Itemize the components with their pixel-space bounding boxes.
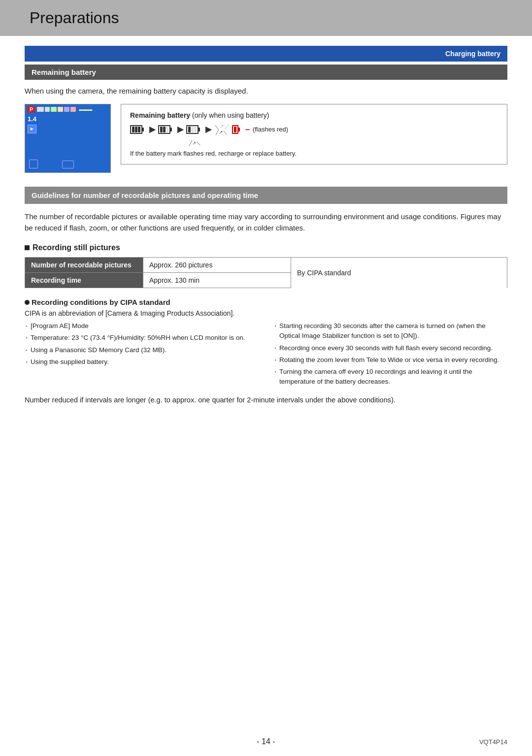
battery-low-icon [186, 125, 200, 134]
cipa-left-item: [Program AE] Mode [25, 321, 259, 331]
battery-empty-icon [232, 125, 240, 134]
charging-battery-header: Charging battery [25, 46, 507, 62]
cam-icon-2 [45, 107, 50, 112]
squiggle-lines: ＼↗╱╱↗＼ [214, 124, 229, 135]
cipa-heading-label: Recording conditions by CIPA standard [32, 298, 170, 306]
batt-body-half [158, 125, 170, 134]
battery-diagram-title-bold: Remaining battery [130, 111, 190, 119]
cam-icon-bottom-center [62, 161, 74, 168]
remaining-battery-header: Remaining battery [25, 65, 507, 80]
recording-table: Number of recordable pictures Approx. 26… [25, 257, 507, 288]
batt-nub-full [142, 128, 144, 131]
table-value-2: Approx. 130 min [143, 273, 291, 288]
flashes-red-text: (flashes red) [253, 126, 288, 133]
battery-icons-row: ▶ ▶ [130, 124, 498, 135]
number-reduced-text: Number reduced if intervals are longer (… [25, 395, 507, 406]
cipa-left-item: Using a Panasonic SD Memory Card (32 MB)… [25, 345, 259, 355]
minus-sign: – [245, 125, 250, 134]
cam-battery-indicator: ▬▬▬ [77, 107, 92, 112]
batt-body-full [130, 125, 142, 134]
cam-icon-image: ▶ [28, 125, 36, 133]
arrow-3: ▶ [205, 125, 211, 134]
battery-diagram-box: Remaining battery (only when using batte… [121, 104, 507, 164]
cipa-right-item: Starting recording 30 seconds after the … [273, 321, 507, 341]
cam-row3: ▶ [25, 124, 110, 134]
arrow-1: ▶ [149, 125, 155, 134]
remaining-battery-body: When using the camera, the remaining bat… [25, 86, 507, 97]
batt-nub-half [170, 128, 172, 131]
cipa-heading: Recording conditions by CIPA standard [25, 298, 507, 306]
arrow-2: ▶ [177, 125, 183, 134]
cipa-right-item: Recording once every 30 seconds with ful… [273, 343, 507, 353]
battery-full-icon [130, 125, 144, 134]
cam-icon-5 [64, 107, 69, 112]
page-number: - 14 - [257, 737, 275, 746]
cipa-right-item: Rotating the zoom lever from Tele to Wid… [273, 355, 507, 365]
square-bullet-icon [25, 245, 30, 250]
page-title: Preparations [30, 9, 517, 27]
table-label-2: Recording time [25, 273, 143, 288]
cipa-right-col: Starting recording 30 seconds after the … [273, 321, 507, 389]
remaining-battery-label: Remaining battery [32, 68, 96, 76]
doc-code: VQT4P14 [479, 738, 507, 746]
batt-nub-low [199, 128, 200, 131]
cipa-left-item: Using the supplied battery. [25, 357, 259, 367]
charging-battery-label: Charging battery [445, 50, 500, 58]
table-note: By CIPA standard [291, 258, 507, 288]
battery-recharge-text: If the battery mark flashes red, recharg… [130, 150, 498, 157]
battery-diagram-title-rest: (only when using battery) [190, 111, 269, 119]
table-row: Number of recordable pictures Approx. 26… [25, 258, 507, 273]
page-title-bar: Preparations [0, 0, 532, 36]
guidelines-header-label: Guidelines for number of recordable pict… [32, 191, 258, 199]
circle-bullet-icon [25, 300, 30, 305]
cam-icon-6 [70, 107, 76, 112]
cam-row2: 1.4 [25, 114, 110, 124]
batt-body-low [186, 125, 199, 134]
cipa-conditions: [Program AE] Mode Temperature: 23 °C (73… [25, 321, 507, 389]
battery-half-icon [158, 125, 172, 134]
recording-still-heading: Recording still pictures [25, 243, 507, 252]
recording-still-label: Recording still pictures [33, 243, 120, 252]
cam-p-badge: P [28, 106, 35, 113]
page-footer: - 14 - VQT4P14 [0, 737, 532, 746]
camera-screen-top: P ▬▬▬ [25, 104, 110, 114]
cam-icon-4 [58, 107, 63, 112]
cam-icon-3 [51, 107, 57, 112]
cipa-abbrev-text: CIPA is an abbreviation of [Camera & Ima… [25, 309, 507, 317]
cipa-left-col: [Program AE] Mode Temperature: 23 °C (73… [25, 321, 259, 389]
cipa-right-item: Turning the camera off every 10 recordin… [273, 367, 507, 387]
squiggle-bottom: ╱↗＼ [130, 140, 498, 147]
camera-screen: P ▬▬▬ 1.4 ▶ [25, 104, 111, 173]
cipa-left-item: Temperature: 23 °C (73.4 °F)/Humidity: 5… [25, 333, 259, 343]
guidelines-header: Guidelines for number of recordable pict… [25, 187, 507, 204]
batt-nub-empty [238, 128, 240, 131]
cam-icons: ▬▬▬ [37, 107, 92, 112]
guidelines-body: The number of recordable pictures or ava… [25, 211, 507, 234]
batt-body-empty [232, 125, 238, 134]
cam-icon-1 [37, 107, 44, 112]
cam-icon-bottom-left [29, 160, 38, 168]
battery-diagram-title: Remaining battery (only when using batte… [130, 111, 498, 119]
table-value-1: Approx. 260 pictures [143, 258, 291, 273]
cipa-right-list: Starting recording 30 seconds after the … [273, 321, 507, 387]
camera-display-area: P ▬▬▬ 1.4 ▶ [25, 104, 507, 173]
cipa-left-list: [Program AE] Mode Temperature: 23 °C (73… [25, 321, 259, 367]
table-label-1: Number of recordable pictures [25, 258, 143, 273]
